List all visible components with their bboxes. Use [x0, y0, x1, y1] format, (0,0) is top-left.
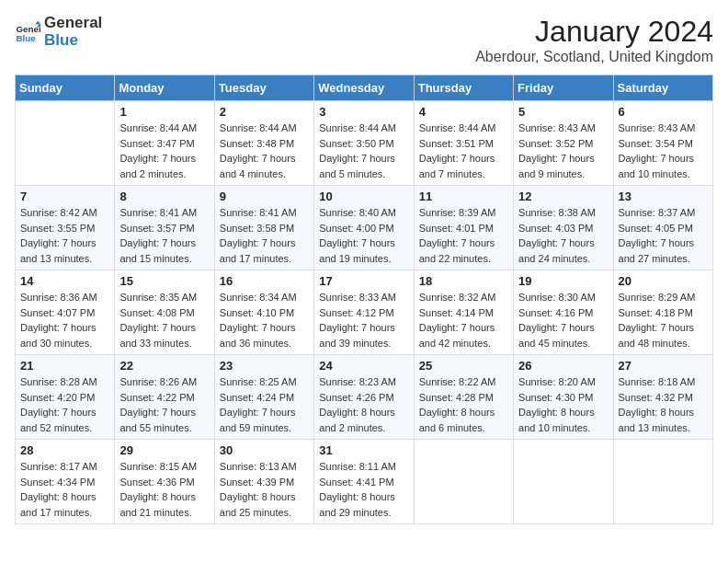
- calendar-cell: 11Sunrise: 8:39 AMSunset: 4:01 PMDayligh…: [414, 186, 513, 270]
- day-info: Sunrise: 8:11 AMSunset: 4:41 PMDaylight:…: [319, 459, 408, 520]
- day-info: Sunrise: 8:13 AMSunset: 4:39 PMDaylight:…: [220, 459, 309, 520]
- calendar-cell: 4Sunrise: 8:44 AMSunset: 3:51 PMDaylight…: [414, 101, 513, 186]
- calendar-header-wednesday: Wednesday: [314, 75, 414, 101]
- day-info: Sunrise: 8:44 AMSunset: 3:48 PMDaylight:…: [220, 121, 309, 181]
- calendar-header-saturday: Saturday: [613, 75, 712, 101]
- calendar-cell: 8Sunrise: 8:41 AMSunset: 3:57 PMDaylight…: [115, 186, 214, 270]
- day-number: 7: [20, 190, 109, 203]
- day-info: Sunrise: 8:35 AMSunset: 4:08 PMDaylight:…: [119, 290, 209, 350]
- day-info: Sunrise: 8:26 AMSunset: 4:22 PMDaylight:…: [119, 374, 209, 435]
- day-number: 3: [319, 105, 408, 119]
- day-info: Sunrise: 8:40 AMSunset: 4:00 PMDaylight:…: [319, 205, 408, 266]
- calendar-cell: 7Sunrise: 8:42 AMSunset: 3:55 PMDaylight…: [16, 186, 115, 270]
- calendar-cell: 22Sunrise: 8:26 AMSunset: 4:22 PMDayligh…: [115, 355, 214, 440]
- calendar-cell: 24Sunrise: 8:23 AMSunset: 4:26 PMDayligh…: [314, 355, 414, 440]
- calendar-cell: 6Sunrise: 8:43 AMSunset: 3:54 PMDaylight…: [613, 101, 712, 186]
- calendar-cell: 2Sunrise: 8:44 AMSunset: 3:48 PMDaylight…: [214, 101, 313, 186]
- calendar-header-friday: Friday: [514, 75, 613, 101]
- day-number: 1: [119, 105, 209, 119]
- day-number: 26: [518, 359, 608, 373]
- day-info: Sunrise: 8:38 AMSunset: 4:03 PMDaylight:…: [518, 205, 608, 266]
- day-info: Sunrise: 8:41 AMSunset: 3:57 PMDaylight:…: [119, 205, 209, 266]
- day-number: 14: [20, 274, 109, 288]
- calendar-body: 1Sunrise: 8:44 AMSunset: 3:47 PMDaylight…: [16, 101, 713, 524]
- calendar-cell: 20Sunrise: 8:29 AMSunset: 4:18 PMDayligh…: [613, 270, 712, 355]
- day-info: Sunrise: 8:43 AMSunset: 3:52 PMDaylight:…: [518, 121, 608, 181]
- location-title: Aberdour, Scotland, United Kingdom: [475, 49, 713, 65]
- calendar-cell: 30Sunrise: 8:13 AMSunset: 4:39 PMDayligh…: [214, 440, 313, 524]
- day-number: 25: [419, 359, 508, 373]
- calendar-header-tuesday: Tuesday: [214, 75, 313, 101]
- calendar-cell: [514, 440, 613, 524]
- calendar-header-sunday: Sunday: [16, 75, 115, 101]
- day-number: 24: [319, 359, 408, 373]
- day-info: Sunrise: 8:32 AMSunset: 4:14 PMDaylight:…: [419, 290, 508, 350]
- calendar-header-row: SundayMondayTuesdayWednesdayThursdayFrid…: [16, 75, 713, 101]
- day-info: Sunrise: 8:36 AMSunset: 4:07 PMDaylight:…: [20, 290, 109, 350]
- logo-text-general: General: [44, 15, 102, 32]
- day-number: 27: [619, 359, 708, 373]
- calendar-cell: 28Sunrise: 8:17 AMSunset: 4:34 PMDayligh…: [16, 440, 115, 524]
- day-info: Sunrise: 8:44 AMSunset: 3:51 PMDaylight:…: [419, 121, 508, 181]
- month-title: January 2024: [475, 15, 713, 49]
- calendar-week-4: 21Sunrise: 8:28 AMSunset: 4:20 PMDayligh…: [16, 355, 713, 440]
- day-number: 8: [119, 190, 209, 203]
- day-info: Sunrise: 8:15 AMSunset: 4:36 PMDaylight:…: [119, 459, 209, 520]
- logo-icon: General Blue: [15, 19, 40, 45]
- day-number: 28: [20, 443, 109, 457]
- day-info: Sunrise: 8:22 AMSunset: 4:28 PMDaylight:…: [419, 374, 508, 435]
- day-number: 4: [419, 105, 508, 119]
- calendar-cell: [16, 101, 115, 186]
- day-info: Sunrise: 8:34 AMSunset: 4:10 PMDaylight:…: [220, 290, 309, 350]
- calendar-cell: 23Sunrise: 8:25 AMSunset: 4:24 PMDayligh…: [214, 355, 313, 440]
- logo-text-blue: Blue: [44, 32, 102, 50]
- day-info: Sunrise: 8:41 AMSunset: 3:58 PMDaylight:…: [220, 205, 309, 266]
- calendar-cell: 17Sunrise: 8:33 AMSunset: 4:12 PMDayligh…: [314, 270, 414, 355]
- day-info: Sunrise: 8:25 AMSunset: 4:24 PMDaylight:…: [220, 374, 309, 435]
- day-number: 23: [220, 359, 309, 373]
- calendar-cell: 10Sunrise: 8:40 AMSunset: 4:00 PMDayligh…: [314, 186, 414, 270]
- day-info: Sunrise: 8:30 AMSunset: 4:16 PMDaylight:…: [518, 290, 608, 350]
- day-number: 13: [619, 190, 708, 203]
- day-number: 29: [119, 443, 209, 457]
- calendar-cell: 21Sunrise: 8:28 AMSunset: 4:20 PMDayligh…: [16, 355, 115, 440]
- calendar-cell: 19Sunrise: 8:30 AMSunset: 4:16 PMDayligh…: [514, 270, 613, 355]
- day-info: Sunrise: 8:20 AMSunset: 4:30 PMDaylight:…: [518, 374, 608, 435]
- calendar-header-monday: Monday: [115, 75, 214, 101]
- calendar-cell: 26Sunrise: 8:20 AMSunset: 4:30 PMDayligh…: [514, 355, 613, 440]
- calendar-cell: [613, 440, 712, 524]
- day-info: Sunrise: 8:37 AMSunset: 4:05 PMDaylight:…: [619, 205, 708, 266]
- calendar-cell: 31Sunrise: 8:11 AMSunset: 4:41 PMDayligh…: [314, 440, 414, 524]
- day-number: 5: [518, 105, 608, 119]
- calendar-cell: 5Sunrise: 8:43 AMSunset: 3:52 PMDaylight…: [514, 101, 613, 186]
- calendar-cell: 9Sunrise: 8:41 AMSunset: 3:58 PMDaylight…: [214, 186, 313, 270]
- calendar-cell: 29Sunrise: 8:15 AMSunset: 4:36 PMDayligh…: [115, 440, 214, 524]
- day-info: Sunrise: 8:33 AMSunset: 4:12 PMDaylight:…: [319, 290, 408, 350]
- day-info: Sunrise: 8:42 AMSunset: 3:55 PMDaylight:…: [20, 205, 109, 266]
- calendar-cell: 3Sunrise: 8:44 AMSunset: 3:50 PMDaylight…: [314, 101, 414, 186]
- calendar-cell: 16Sunrise: 8:34 AMSunset: 4:10 PMDayligh…: [214, 270, 313, 355]
- calendar-week-5: 28Sunrise: 8:17 AMSunset: 4:34 PMDayligh…: [16, 440, 713, 524]
- day-info: Sunrise: 8:29 AMSunset: 4:18 PMDaylight:…: [619, 290, 708, 350]
- calendar-cell: 14Sunrise: 8:36 AMSunset: 4:07 PMDayligh…: [16, 270, 115, 355]
- day-number: 9: [220, 190, 309, 203]
- day-info: Sunrise: 8:17 AMSunset: 4:34 PMDaylight:…: [20, 459, 109, 520]
- calendar-cell: [414, 440, 513, 524]
- day-info: Sunrise: 8:44 AMSunset: 3:50 PMDaylight:…: [319, 121, 408, 181]
- day-info: Sunrise: 8:18 AMSunset: 4:32 PMDaylight:…: [619, 374, 708, 435]
- day-info: Sunrise: 8:44 AMSunset: 3:47 PMDaylight:…: [119, 121, 209, 181]
- day-number: 19: [518, 274, 608, 288]
- calendar-table: SundayMondayTuesdayWednesdayThursdayFrid…: [15, 75, 713, 524]
- logo: General Blue General Blue: [15, 15, 102, 49]
- day-number: 31: [319, 443, 408, 457]
- day-number: 16: [220, 274, 309, 288]
- calendar-cell: 1Sunrise: 8:44 AMSunset: 3:47 PMDaylight…: [115, 101, 214, 186]
- calendar-cell: 18Sunrise: 8:32 AMSunset: 4:14 PMDayligh…: [414, 270, 513, 355]
- calendar-cell: 27Sunrise: 8:18 AMSunset: 4:32 PMDayligh…: [613, 355, 712, 440]
- day-number: 15: [119, 274, 209, 288]
- day-number: 18: [419, 274, 508, 288]
- calendar-cell: 12Sunrise: 8:38 AMSunset: 4:03 PMDayligh…: [514, 186, 613, 270]
- day-number: 11: [419, 190, 508, 203]
- day-number: 30: [220, 443, 309, 457]
- svg-text:Blue: Blue: [16, 32, 36, 42]
